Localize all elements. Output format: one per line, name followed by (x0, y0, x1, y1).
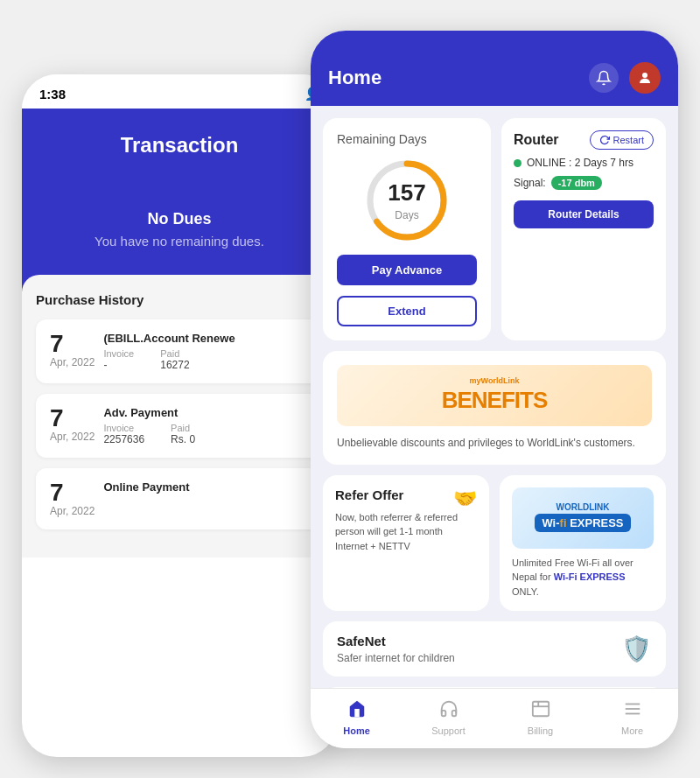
days-label: Days (395, 208, 418, 221)
safenet-card: SafeNet Safer internet for children 🛡️ (323, 621, 666, 676)
main-content: Remaining Days 157 Days Pay Advance Exte… (311, 106, 678, 688)
router-status: ONLINE : 2 Days 7 hrs (514, 157, 654, 169)
router-card: Router Restart ONLINE : 2 Days 7 hrs Sig… (501, 118, 666, 340)
refer-card: Refer Offer 🤝 Now, both referrer & refer… (323, 475, 489, 612)
benefits-logo-area: myWorldLink BENEFITS (337, 365, 652, 426)
benefits-logo-main: BENEFITS (442, 387, 548, 414)
svg-point-0 (642, 73, 648, 78)
refer-title: Refer Offer (335, 487, 403, 502)
purchase-card-3: 7 Apr, 2022 Online Payment (36, 468, 323, 529)
router-title: Router (514, 132, 559, 148)
purchase-card-1: 7 Apr, 2022 (EBILL.Account Renewe Invoic… (36, 319, 323, 383)
refer-wifi-row: Refer Offer 🤝 Now, both referrer & refer… (323, 475, 666, 612)
nav-more-label: More (621, 725, 643, 736)
extend-button[interactable]: Extend (337, 296, 477, 326)
days-number: 157 (388, 179, 425, 206)
refer-icon: 🤝 (453, 487, 477, 510)
safenet-title: SafeNet (337, 634, 455, 648)
transaction-header: Transaction (22, 109, 337, 193)
svg-rect-3 (532, 701, 548, 716)
more-icon (623, 699, 642, 723)
signal-row: Signal: -17 dbm (514, 176, 654, 190)
nav-more[interactable]: More (586, 696, 678, 739)
left-phone: 1:38 👤 Transaction No Dues You have no r… (22, 74, 337, 757)
nav-support[interactable]: Support (402, 696, 494, 739)
nav-home[interactable]: Home (311, 696, 402, 739)
days-circle: 157 Days (363, 157, 451, 244)
time-display: 1:38 (39, 87, 66, 102)
support-icon (439, 699, 458, 723)
top-bar-icons (589, 62, 661, 94)
left-notch (127, 74, 232, 95)
remaining-days-card: Remaining Days 157 Days Pay Advance Exte… (323, 118, 491, 340)
user-avatar[interactable] (629, 62, 661, 94)
wifi-express-card: WORLDLINK Wi-fi EXPRESS Unlimited Free W… (500, 475, 666, 612)
purchase-card-2: 7 Apr, 2022 Adv. Payment Invoice 2257636… (36, 394, 323, 458)
wifi-description: Unlimited Free Wi-Fi all over Nepal for … (512, 556, 654, 599)
nav-home-label: Home (343, 725, 370, 736)
top-row: Remaining Days 157 Days Pay Advance Exte… (323, 118, 666, 340)
home-icon (347, 699, 367, 723)
nav-billing[interactable]: Billing (494, 696, 586, 739)
restart-button[interactable]: Restart (590, 130, 654, 150)
benefits-card: myWorldLink BENEFITS Unbelievable discou… (323, 351, 666, 465)
purchase-history-section: Purchase History 7 Apr, 2022 (EBILL.Acco… (22, 275, 337, 557)
right-notch (438, 31, 551, 53)
pay-advance-button[interactable]: Pay Advance (337, 255, 477, 285)
bottom-nav: Home Support Billing (311, 688, 678, 748)
remaining-days-title: Remaining Days (337, 132, 427, 146)
right-phone: Home Remaining Days (311, 31, 678, 748)
refer-description: Now, both referrer & referred person wil… (335, 510, 477, 554)
signal-badge: -17 dbm (551, 176, 602, 190)
router-header: Router Restart (514, 130, 654, 150)
purchase-history-title: Purchase History (36, 292, 323, 307)
bell-icon[interactable] (589, 63, 619, 93)
benefits-logo-sub: myWorldLink (470, 376, 520, 385)
benefits-description: Unbelievable discounts and privileges to… (337, 435, 652, 451)
nav-support-label: Support (431, 725, 466, 736)
router-details-button[interactable]: Router Details (514, 200, 654, 228)
billing-icon (531, 699, 550, 723)
home-title: Home (328, 67, 382, 89)
safenet-description: Safer internet for children (337, 652, 455, 664)
wifi-express-logo: WORLDLINK Wi-fi EXPRESS (512, 487, 654, 549)
nav-billing-label: Billing (528, 725, 553, 736)
safenet-icon: 🛡️ (621, 634, 652, 663)
online-dot (514, 159, 522, 167)
